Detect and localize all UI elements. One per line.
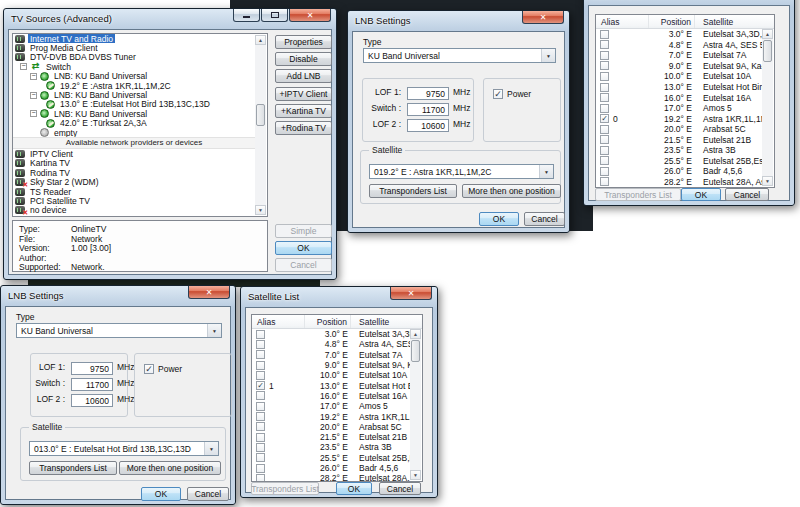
device-item[interactable]: TS Reader: [13, 187, 255, 196]
satellite-row[interactable]: 9.0° EEutelsat 9A, Ka-Sat 9A: [252, 360, 410, 370]
device-item[interactable]: ✕no device: [13, 206, 255, 215]
tree-item[interactable]: Internet TV and Radio: [13, 34, 255, 43]
tree-item[interactable]: Prog Media Client: [13, 43, 255, 52]
scroll-up-button[interactable]: ▲: [255, 35, 266, 45]
titlebar[interactable]: Satellite List ✕: [241, 287, 437, 307]
satellite-select[interactable]: 019.2° E : Astra 1KR,1L,1M,2C ▼: [369, 164, 554, 179]
scroll-up-button[interactable]: ▲: [762, 29, 773, 39]
power-checkbox[interactable]: ✓: [493, 89, 503, 99]
alias-checkbox[interactable]: [256, 412, 265, 421]
collapse-expander[interactable]: −: [30, 110, 37, 117]
lof1-input[interactable]: 9750: [71, 362, 113, 375]
device-item[interactable]: Rodina TV: [13, 168, 255, 177]
lof2-input[interactable]: 10600: [71, 394, 113, 407]
device-item[interactable]: PCI Satellite TV: [13, 196, 255, 205]
close-button[interactable]: ✕: [188, 286, 230, 299]
satellite-row[interactable]: ✓019.2° EAstra 1KR,1L,1M,2C: [596, 113, 762, 124]
alias-checkbox[interactable]: [256, 474, 265, 481]
ok-button[interactable]: OK: [336, 482, 372, 495]
table-scrollbar[interactable]: ▲ ▼: [762, 29, 773, 186]
alias-checkbox[interactable]: [256, 350, 265, 359]
alias-checkbox[interactable]: [600, 146, 609, 155]
sources-scrollbar[interactable]: ▲ ▼: [255, 35, 266, 215]
tree-item[interactable]: 42.0° E :Türksat 2A,3A: [13, 119, 255, 128]
alias-checkbox[interactable]: [600, 93, 609, 102]
satellite-row[interactable]: 21.5° EEutelsat 21B: [596, 134, 762, 145]
satellite-row[interactable]: 10.0° EEutelsat 10A: [596, 71, 762, 82]
scroll-down-button[interactable]: ▼: [410, 470, 421, 480]
column-header-satellite[interactable]: Satellite: [695, 15, 774, 28]
alias-checkbox[interactable]: [600, 61, 609, 70]
ok-button[interactable]: OK: [479, 212, 519, 226]
ok-button[interactable]: OK: [681, 188, 721, 201]
transponders-list-button[interactable]: Transponders List: [29, 461, 117, 475]
alias-checkbox[interactable]: [600, 40, 609, 49]
scrollbar-thumb[interactable]: [763, 40, 772, 62]
cancel-button[interactable]: Cancel: [524, 212, 565, 226]
collapse-expander[interactable]: −: [20, 63, 27, 70]
simple-button[interactable]: Simple: [275, 224, 332, 238]
satellite-row[interactable]: 13.0° EEutelsat Hot Bird 13B,13C,...: [596, 82, 762, 93]
side-button-kartina-tv[interactable]: +Kartina TV: [275, 104, 332, 118]
power-checkbox[interactable]: ✓: [144, 364, 154, 374]
transponders-list-button[interactable]: Transponders List: [251, 482, 319, 495]
cancel-button[interactable]: Cancel: [379, 482, 421, 495]
scrollbar-thumb[interactable]: [411, 340, 420, 362]
column-header-satellite[interactable]: Satellite: [351, 315, 422, 328]
satellite-row[interactable]: 25.5° EEutelsat 25B,Es'hail 1: [596, 156, 762, 167]
tree-item[interactable]: −LNB: KU Band Universal: [13, 90, 255, 99]
alias-checkbox[interactable]: [256, 371, 265, 380]
satellite-row[interactable]: 3.0° EEutelsat 3A,3D, Rascom ...: [596, 29, 762, 40]
satellite-select[interactable]: 013.0° E : Eutelsat Hot Bird 13B,13C,13D…: [29, 441, 219, 456]
alias-checkbox[interactable]: [256, 361, 265, 370]
lof1-input[interactable]: 9750: [407, 87, 449, 100]
alias-checkbox[interactable]: [256, 330, 265, 339]
alias-checkbox[interactable]: [600, 30, 609, 39]
satellite-row[interactable]: 4.8° EAstra 4A, SES 5: [252, 339, 410, 349]
scroll-up-button[interactable]: ▲: [410, 329, 421, 339]
alias-checkbox[interactable]: [600, 125, 609, 134]
satellite-row[interactable]: 28.2° EEutelsat 28A, Astra 1N,2A...: [596, 177, 762, 187]
close-button[interactable]: ✕: [390, 287, 432, 300]
titlebar[interactable]: TV Sources (Advanced) ✕: [4, 9, 336, 29]
side-button-rodina-tv[interactable]: +Rodina TV: [275, 121, 332, 135]
satellite-row[interactable]: 7.0° EEutelsat 7A: [252, 350, 410, 360]
satellite-row[interactable]: 16.0° EEutelsat 16A: [252, 391, 410, 401]
close-button[interactable]: ✕: [289, 9, 331, 22]
alias-checkbox[interactable]: [600, 177, 609, 186]
titlebar[interactable]: LNB Settings ✕: [348, 11, 569, 31]
tree-item[interactable]: DTV-DVB BDA DVBS Tuner: [13, 53, 255, 62]
cancel-button[interactable]: Cancel: [187, 487, 229, 501]
maximize-button[interactable]: [261, 9, 288, 22]
tree-item[interactable]: 19.2° E :Astra 1KR,1L,1M,2C: [13, 81, 255, 90]
cancel-button[interactable]: Cancel: [275, 258, 332, 272]
tree-item[interactable]: −LNB: KU Band Universal: [13, 72, 255, 81]
tree-item[interactable]: 13.0° E :Eutelsat Hot Bird 13B,13C,13D: [13, 100, 255, 109]
satellite-row[interactable]: 20.0° EArabsat 5C: [252, 422, 410, 432]
type-select[interactable]: KU Band Universal ▼: [16, 323, 222, 338]
tree-item[interactable]: empty: [13, 128, 255, 137]
cancel-button[interactable]: Cancel: [725, 188, 769, 201]
alias-checkbox[interactable]: [256, 340, 265, 349]
alias-checkbox[interactable]: [256, 453, 265, 462]
more-than-one-position-button[interactable]: More then one position: [462, 184, 561, 198]
column-header-alias[interactable]: Alias: [596, 15, 649, 28]
satellite-row[interactable]: 28.2° EEutelsat 28A, Astra 1N,2A...: [252, 473, 410, 481]
scroll-down-button[interactable]: ▼: [762, 176, 773, 186]
device-item[interactable]: IPTV Client: [13, 149, 255, 158]
satellite-row[interactable]: 4.8° EAstra 4A, SES 5: [596, 40, 762, 51]
satellite-row[interactable]: 26.0° EBadr 4,5,6: [252, 463, 410, 473]
alias-checkbox[interactable]: [256, 422, 265, 431]
alias-checkbox[interactable]: [256, 391, 265, 400]
alias-checkbox[interactable]: ✓: [256, 381, 265, 390]
column-header-position[interactable]: Position: [649, 15, 695, 28]
alias-checkbox[interactable]: [256, 443, 265, 452]
satellite-table[interactable]: AliasPositionSatellite 3.0° EEutelsat 3A…: [251, 314, 423, 482]
satellite-row[interactable]: ✓113.0° EEutelsat Hot Bird 13B,13C...: [252, 380, 410, 390]
scroll-down-button[interactable]: ▼: [255, 205, 266, 215]
titlebar[interactable]: LNB Settings ✕: [1, 286, 235, 306]
alias-checkbox[interactable]: [600, 72, 609, 81]
ok-button[interactable]: OK: [275, 241, 332, 255]
ok-button[interactable]: OK: [141, 487, 181, 501]
satellite-row[interactable]: 16.0° EEutelsat 16A: [596, 92, 762, 103]
